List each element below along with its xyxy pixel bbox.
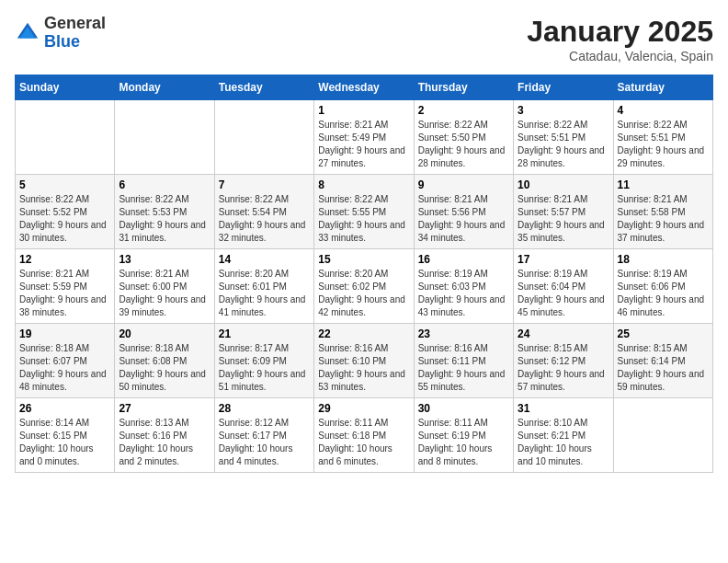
day-info: Sunrise: 8:20 AM Sunset: 6:02 PM Dayligh…	[318, 268, 409, 319]
calendar-empty	[115, 100, 214, 175]
weekday-header-thursday: Thursday	[414, 75, 513, 100]
day-info: Sunrise: 8:16 AM Sunset: 6:10 PM Dayligh…	[318, 342, 409, 394]
calendar-day-7: 7Sunrise: 8:22 AM Sunset: 5:54 PM Daylig…	[214, 175, 313, 249]
day-info: Sunrise: 8:10 AM Sunset: 6:21 PM Dayligh…	[518, 417, 609, 468]
day-number: 14	[219, 253, 310, 266]
day-info: Sunrise: 8:14 AM Sunset: 6:15 PM Dayligh…	[19, 417, 110, 468]
month-title: January 2025	[527, 15, 713, 49]
calendar-empty	[16, 100, 115, 175]
weekday-header-sunday: Sunday	[16, 75, 115, 100]
calendar-day-25: 25Sunrise: 8:15 AM Sunset: 6:14 PM Dayli…	[613, 324, 712, 398]
day-number: 23	[418, 327, 509, 340]
day-info: Sunrise: 8:21 AM Sunset: 5:49 PM Dayligh…	[318, 119, 409, 170]
day-info: Sunrise: 8:19 AM Sunset: 6:03 PM Dayligh…	[418, 268, 509, 319]
calendar-day-18: 18Sunrise: 8:19 AM Sunset: 6:06 PM Dayli…	[613, 249, 712, 324]
weekday-row: SundayMondayTuesdayWednesdayThursdayFrid…	[16, 75, 713, 100]
day-number: 15	[318, 253, 409, 266]
day-number: 11	[618, 178, 709, 191]
location: Catadau, Valencia, Spain	[527, 49, 713, 63]
logo-icon	[15, 20, 40, 46]
day-number: 24	[518, 327, 609, 340]
day-number: 10	[518, 178, 609, 191]
day-info: Sunrise: 8:22 AM Sunset: 5:51 PM Dayligh…	[518, 119, 609, 170]
weekday-header-saturday: Saturday	[613, 75, 712, 100]
day-info: Sunrise: 8:21 AM Sunset: 5:57 PM Dayligh…	[518, 193, 609, 245]
calendar-day-10: 10Sunrise: 8:21 AM Sunset: 5:57 PM Dayli…	[514, 175, 613, 249]
day-info: Sunrise: 8:22 AM Sunset: 5:54 PM Dayligh…	[219, 193, 310, 245]
calendar-week-3: 12Sunrise: 8:21 AM Sunset: 5:59 PM Dayli…	[16, 249, 713, 324]
day-number: 6	[119, 178, 210, 191]
title-block: January 2025 Catadau, Valencia, Spain	[527, 15, 713, 63]
calendar-day-12: 12Sunrise: 8:21 AM Sunset: 5:59 PM Dayli…	[16, 249, 115, 324]
day-number: 30	[418, 402, 509, 415]
day-info: Sunrise: 8:11 AM Sunset: 6:19 PM Dayligh…	[418, 417, 509, 468]
calendar-day-11: 11Sunrise: 8:21 AM Sunset: 5:58 PM Dayli…	[613, 175, 712, 249]
calendar-day-26: 26Sunrise: 8:14 AM Sunset: 6:15 PM Dayli…	[16, 398, 115, 473]
day-info: Sunrise: 8:21 AM Sunset: 6:00 PM Dayligh…	[119, 268, 210, 319]
page-header: General Blue January 2025 Catadau, Valen…	[15, 15, 713, 63]
calendar-empty	[214, 100, 313, 175]
day-info: Sunrise: 8:13 AM Sunset: 6:16 PM Dayligh…	[119, 417, 210, 468]
day-number: 20	[119, 327, 210, 340]
day-number: 8	[318, 178, 409, 191]
calendar-day-15: 15Sunrise: 8:20 AM Sunset: 6:02 PM Dayli…	[314, 249, 414, 324]
logo-text: General Blue	[44, 15, 106, 52]
calendar-day-13: 13Sunrise: 8:21 AM Sunset: 6:00 PM Dayli…	[115, 249, 214, 324]
day-number: 21	[219, 327, 310, 340]
day-number: 26	[19, 402, 110, 415]
calendar-day-27: 27Sunrise: 8:13 AM Sunset: 6:16 PM Dayli…	[115, 398, 214, 473]
calendar-day-8: 8Sunrise: 8:22 AM Sunset: 5:55 PM Daylig…	[314, 175, 414, 249]
weekday-header-friday: Friday	[514, 75, 613, 100]
day-info: Sunrise: 8:19 AM Sunset: 6:04 PM Dayligh…	[518, 268, 609, 319]
calendar-day-4: 4Sunrise: 8:22 AM Sunset: 5:51 PM Daylig…	[613, 100, 712, 175]
calendar-day-3: 3Sunrise: 8:22 AM Sunset: 5:51 PM Daylig…	[514, 100, 613, 175]
calendar-day-2: 2Sunrise: 8:22 AM Sunset: 5:50 PM Daylig…	[414, 100, 513, 175]
calendar-day-22: 22Sunrise: 8:16 AM Sunset: 6:10 PM Dayli…	[314, 324, 414, 398]
calendar-week-5: 26Sunrise: 8:14 AM Sunset: 6:15 PM Dayli…	[16, 398, 713, 473]
day-info: Sunrise: 8:22 AM Sunset: 5:55 PM Dayligh…	[318, 193, 409, 245]
calendar-day-6: 6Sunrise: 8:22 AM Sunset: 5:53 PM Daylig…	[115, 175, 214, 249]
calendar-day-30: 30Sunrise: 8:11 AM Sunset: 6:19 PM Dayli…	[414, 398, 513, 473]
day-info: Sunrise: 8:18 AM Sunset: 6:07 PM Dayligh…	[19, 342, 110, 394]
calendar-table: SundayMondayTuesdayWednesdayThursdayFrid…	[15, 75, 713, 473]
calendar-day-1: 1Sunrise: 8:21 AM Sunset: 5:49 PM Daylig…	[314, 100, 414, 175]
calendar-day-9: 9Sunrise: 8:21 AM Sunset: 5:56 PM Daylig…	[414, 175, 513, 249]
day-number: 16	[418, 253, 509, 266]
day-number: 9	[418, 178, 509, 191]
calendar-week-2: 5Sunrise: 8:22 AM Sunset: 5:52 PM Daylig…	[16, 175, 713, 249]
day-info: Sunrise: 8:22 AM Sunset: 5:52 PM Dayligh…	[19, 193, 110, 245]
calendar-day-16: 16Sunrise: 8:19 AM Sunset: 6:03 PM Dayli…	[414, 249, 513, 324]
day-info: Sunrise: 8:22 AM Sunset: 5:51 PM Dayligh…	[618, 119, 709, 170]
day-info: Sunrise: 8:19 AM Sunset: 6:06 PM Dayligh…	[618, 268, 709, 319]
day-number: 22	[318, 327, 409, 340]
calendar-day-23: 23Sunrise: 8:16 AM Sunset: 6:11 PM Dayli…	[414, 324, 513, 398]
day-info: Sunrise: 8:11 AM Sunset: 6:18 PM Dayligh…	[318, 417, 409, 468]
day-info: Sunrise: 8:21 AM Sunset: 5:59 PM Dayligh…	[19, 268, 110, 319]
calendar-day-14: 14Sunrise: 8:20 AM Sunset: 6:01 PM Dayli…	[214, 249, 313, 324]
calendar-day-21: 21Sunrise: 8:17 AM Sunset: 6:09 PM Dayli…	[214, 324, 313, 398]
day-info: Sunrise: 8:22 AM Sunset: 5:53 PM Dayligh…	[119, 193, 210, 245]
calendar-day-19: 19Sunrise: 8:18 AM Sunset: 6:07 PM Dayli…	[16, 324, 115, 398]
weekday-header-wednesday: Wednesday	[314, 75, 414, 100]
calendar-day-5: 5Sunrise: 8:22 AM Sunset: 5:52 PM Daylig…	[16, 175, 115, 249]
calendar-day-20: 20Sunrise: 8:18 AM Sunset: 6:08 PM Dayli…	[115, 324, 214, 398]
calendar-day-29: 29Sunrise: 8:11 AM Sunset: 6:18 PM Dayli…	[314, 398, 414, 473]
day-number: 17	[518, 253, 609, 266]
day-number: 28	[219, 402, 310, 415]
calendar-body: 1Sunrise: 8:21 AM Sunset: 5:49 PM Daylig…	[16, 100, 713, 473]
weekday-header-monday: Monday	[115, 75, 214, 100]
day-number: 7	[219, 178, 310, 191]
day-info: Sunrise: 8:15 AM Sunset: 6:14 PM Dayligh…	[618, 342, 709, 394]
day-info: Sunrise: 8:22 AM Sunset: 5:50 PM Dayligh…	[418, 119, 509, 170]
logo-general-text: General	[44, 15, 106, 33]
day-number: 25	[618, 327, 709, 340]
day-info: Sunrise: 8:21 AM Sunset: 5:56 PM Dayligh…	[418, 193, 509, 245]
calendar-week-4: 19Sunrise: 8:18 AM Sunset: 6:07 PM Dayli…	[16, 324, 713, 398]
day-info: Sunrise: 8:15 AM Sunset: 6:12 PM Dayligh…	[518, 342, 609, 394]
calendar-day-31: 31Sunrise: 8:10 AM Sunset: 6:21 PM Dayli…	[514, 398, 613, 473]
day-number: 2	[418, 104, 509, 117]
day-info: Sunrise: 8:20 AM Sunset: 6:01 PM Dayligh…	[219, 268, 310, 319]
day-number: 1	[318, 104, 409, 117]
day-number: 5	[19, 178, 110, 191]
calendar-week-1: 1Sunrise: 8:21 AM Sunset: 5:49 PM Daylig…	[16, 100, 713, 175]
